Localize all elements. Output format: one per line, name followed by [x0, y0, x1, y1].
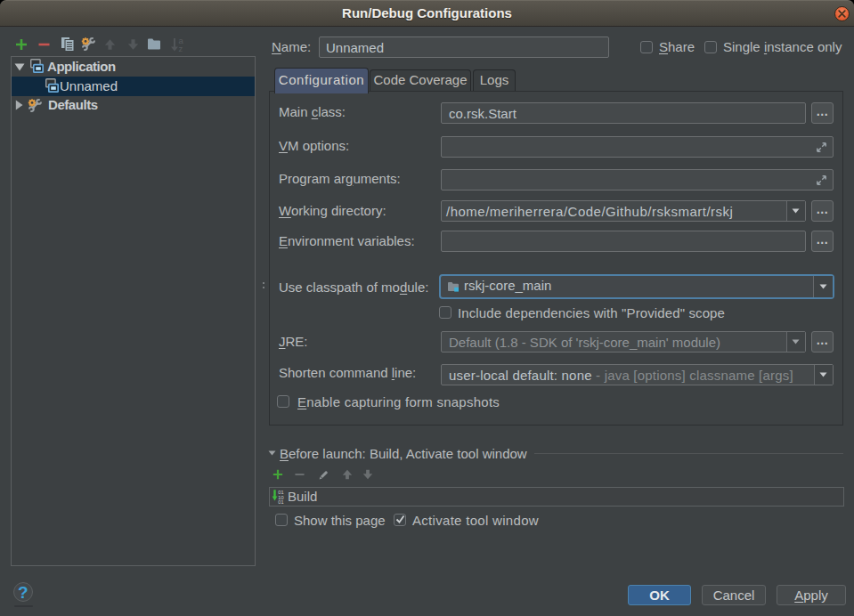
svg-text:z: z: [179, 44, 183, 52]
svg-text:01: 01: [278, 499, 283, 504]
